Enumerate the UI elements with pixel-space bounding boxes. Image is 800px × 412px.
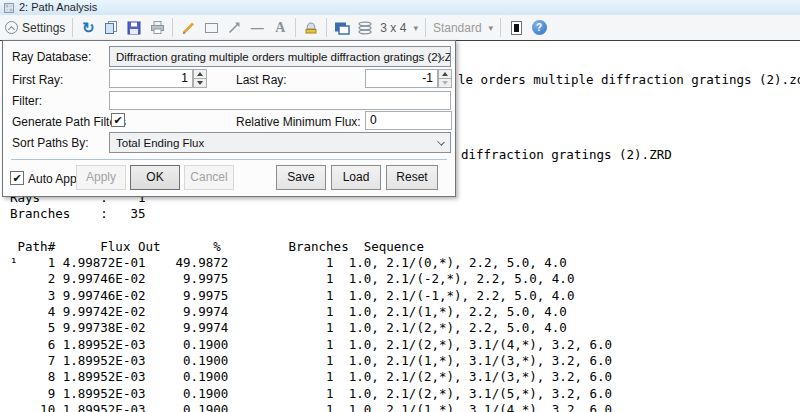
report-blank-line [10,223,800,239]
last-ray-spinner[interactable] [438,69,452,88]
ray-database-combobox[interactable]: Diffraction grating multiple orders mult… [109,46,451,67]
refresh-icon: ↻ [82,21,95,35]
reset-settings-button[interactable]: Reset [386,165,438,190]
path-table-row: 6 1.89952E-03 0.1900 1 1.0, 2.1/(2,*), 3… [10,337,800,353]
line-icon: — [251,20,264,35]
last-ray-input[interactable]: -1 [365,69,438,88]
print-icon [150,20,165,35]
style-label: Standard [433,21,482,35]
settings-label: Settings [22,21,65,35]
rectangle-tool-button[interactable] [201,17,221,39]
spinner-down-icon[interactable] [438,79,452,88]
path-analysis-window: 2: Path Analysis Settings ↻ [0,0,800,412]
ok-button[interactable]: OK [130,165,180,190]
report-clipped-line-mid: diffraction gratings (2).ZRD [461,147,672,162]
path-table-row: 3 9.99746E-02 9.9975 1 1.0, 2.1/(-1,*), … [10,288,800,304]
path-table-row: 7 1.89952E-03 0.1900 1 1.0, 2.1/(1,*), 3… [10,353,800,369]
toolbar: Settings ↻ [0,15,800,41]
invert-display-icon [511,21,522,35]
dialog-separator [11,159,447,160]
relative-minimum-flux-label: Relative Minimum Flux: [236,115,361,129]
chevron-down-icon [437,138,445,146]
save-settings-button[interactable]: Save [276,165,326,190]
ray-database-label: Ray Database: [12,50,91,64]
save-button-toolbar[interactable] [124,17,144,39]
spinner-down-icon[interactable] [193,79,207,88]
generate-path-filters-label: Generate Path Filters [12,115,126,129]
report-summary-line: Branches : 35 [10,206,800,222]
path-analysis-report: Rays : 1Branches : 35 Path# Flux Out % B… [0,190,800,412]
lamp-button[interactable] [301,17,321,39]
layers-button[interactable] [355,17,375,39]
path-table-row: ¹ 1 4.99872E-01 49.9872 1 1.0, 2.1/(0,*)… [10,255,800,271]
last-ray-label: Last Ray: [236,73,287,87]
toolbar-separator [500,18,501,37]
window-title: 2: Path Analysis [19,0,97,15]
settings-dialog: Ray Database: Diffraction grating multip… [2,40,456,197]
toolbar-separator [172,18,173,37]
window-icon [4,3,14,13]
generate-path-filters-checkbox[interactable]: ✔ [111,113,125,127]
invert-display-button[interactable] [506,17,526,39]
help-button[interactable]: ? [529,17,549,39]
first-ray-spinner[interactable] [193,69,207,88]
first-ray-label: First Ray: [12,73,63,87]
load-settings-button[interactable]: Load [331,165,381,190]
spinner-up-icon[interactable] [193,69,207,79]
auto-apply-checkbox[interactable]: ✔ [10,171,24,185]
chevron-down-icon: ▾ [489,23,494,33]
copy-button[interactable] [101,17,121,39]
path-table-row: 4 9.99742E-02 9.9974 1 1.0, 2.1/(1,*), 2… [10,304,800,320]
window-titlebar[interactable]: 2: Path Analysis [0,0,800,15]
first-ray-input[interactable]: 1 [109,69,193,88]
grid-size-label: 3 x 4 [380,21,406,35]
path-table-row: 2 9.99746E-02 9.9975 1 1.0, 2.1/(-2,*), … [10,271,800,287]
window-layout-button[interactable] [332,17,352,39]
help-icon: ? [532,20,547,35]
copy-icon [104,20,119,35]
path-table-row: 9 1.89952E-03 0.1900 1 1.0, 2.1/(2,*), 3… [10,386,800,402]
toolbar-separator [295,18,296,37]
path-table-header: Path# Flux Out % Branches Sequence [10,239,800,255]
toolbar-separator [72,18,73,37]
spinner-up-icon[interactable] [438,69,452,79]
settings-toggle-button[interactable]: Settings [3,17,67,39]
grid-size-dropdown[interactable]: 3 x 4 ▾ [378,17,420,39]
report-clipped-line-top: le orders multiple diffraction gratings … [458,72,800,87]
toolbar-separator [326,18,327,37]
filter-label: Filter: [12,94,42,108]
cancel-button[interactable]: Cancel [184,165,234,190]
text-icon: A [275,20,285,36]
refresh-button[interactable]: ↻ [78,17,98,39]
sort-paths-by-value: Total Ending Flux [116,137,204,149]
toolbar-separator [425,18,426,37]
path-table-row: 10 1.89952E-03 0.1900 1 1.0, 2.1/(1,*), … [10,402,800,412]
layers-icon [357,21,373,35]
pencil-icon [181,20,196,35]
sort-paths-by-label: Sort Paths By: [12,136,89,150]
arrow-tool-button[interactable] [224,17,244,39]
apply-button[interactable]: Apply [76,165,126,190]
window-layout-icon [334,21,350,35]
pencil-tool-button[interactable] [178,17,198,39]
line-tool-button[interactable]: — [247,17,267,39]
lamp-icon [304,20,318,35]
path-table-row: 8 1.89952E-03 0.1900 1 1.0, 2.1/(2,*), 3… [10,369,800,385]
chevron-down-icon: ▾ [413,23,418,33]
chevron-up-circle-icon [5,21,18,34]
arrow-icon [227,20,242,35]
text-tool-button[interactable]: A [270,17,290,39]
style-dropdown[interactable]: Standard ▾ [431,17,495,39]
path-table-row: 5 9.99738E-02 9.9974 1 1.0, 2.1/(2,*), 2… [10,320,800,336]
sort-paths-by-combobox[interactable]: Total Ending Flux [109,132,451,153]
relative-minimum-flux-input[interactable]: 0 [365,111,452,130]
save-icon [127,21,141,35]
ray-database-value: Diffraction grating multiple orders mult… [116,51,451,63]
rectangle-icon [205,23,218,33]
filter-input[interactable] [109,91,451,110]
print-button[interactable] [147,17,167,39]
